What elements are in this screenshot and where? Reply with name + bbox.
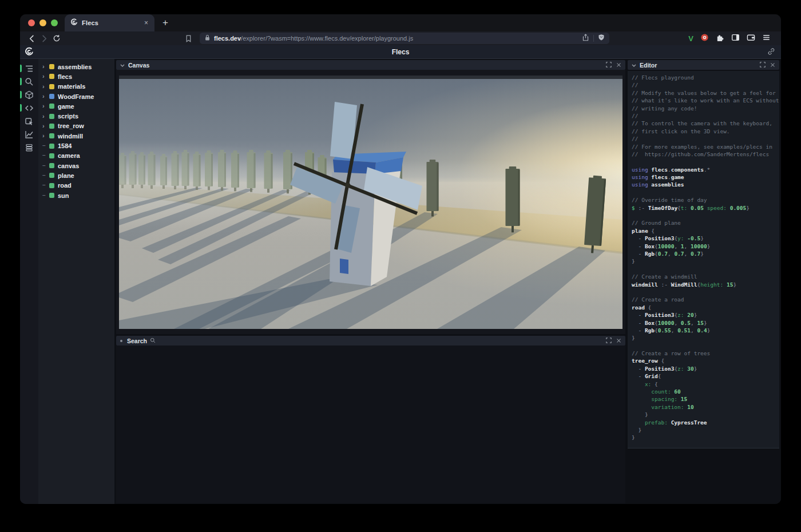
tree-item[interactable]: –sun — [38, 190, 114, 200]
address-bar[interactable]: flecs.dev/explorer/?wasm=https://www.fle… — [200, 33, 609, 44]
rail-item-cube-icon[interactable] — [20, 90, 38, 100]
rail-item-code-icon[interactable] — [20, 104, 38, 113]
tab-strip: Flecs × + — [20, 14, 781, 31]
editor-code[interactable]: // Flecs playground//// Modify the value… — [628, 71, 779, 448]
cypress-tree — [205, 150, 213, 190]
cypress-tree — [264, 150, 273, 193]
forward-button[interactable] — [38, 33, 50, 44]
fullscreen-icon[interactable] — [760, 62, 766, 69]
code-line — [632, 288, 778, 296]
entity-kind-icon — [49, 153, 54, 158]
browser-tab[interactable]: Flecs × — [65, 14, 154, 31]
rail-item-search-icon[interactable] — [20, 77, 38, 86]
tree-item[interactable]: ›assemblies — [38, 62, 114, 72]
expander-chevron-icon[interactable]: › — [42, 113, 49, 120]
close-icon[interactable] — [770, 62, 775, 69]
expander-chevron-icon[interactable]: › — [42, 63, 49, 70]
fullscreen-icon[interactable] — [606, 338, 612, 344]
tables-icon — [25, 143, 34, 152]
share-icon[interactable] — [582, 33, 589, 43]
search-icon — [25, 77, 34, 86]
tree-item[interactable]: –camera — [38, 151, 114, 161]
code-line: } — [632, 257, 778, 265]
expander-chevron-icon[interactable]: › — [42, 123, 49, 129]
cypress-tree — [283, 150, 292, 193]
cypress-tree — [193, 152, 201, 190]
expander-chevron-icon[interactable]: › — [42, 93, 49, 100]
cypress-tree — [231, 150, 239, 191]
tree-item[interactable]: ›tree_row — [38, 121, 114, 131]
minimize-window-button[interactable] — [39, 19, 46, 26]
fullscreen-icon[interactable] — [606, 62, 612, 69]
tree-item[interactable]: ›game — [38, 101, 114, 111]
3d-scene-canvas[interactable] — [119, 76, 622, 329]
cypress-tree — [129, 151, 137, 188]
entity-kind-icon — [49, 64, 54, 69]
search-icon — [150, 338, 156, 344]
rail-item-inspector-icon[interactable] — [20, 117, 38, 126]
leaf-dash-icon: – — [42, 153, 49, 158]
code-line: plane { — [632, 227, 778, 235]
code-line: // For more examples, see examples/plecs… — [632, 143, 778, 150]
tree-item[interactable]: ›windmill — [38, 131, 114, 141]
entity-kind-icon — [49, 114, 54, 119]
expander-chevron-icon[interactable]: › — [42, 133, 49, 139]
editor-panel-title: Editor — [640, 62, 657, 69]
close-icon[interactable] — [616, 338, 621, 344]
expander-chevron-icon[interactable]: › — [42, 84, 49, 90]
cypress-tree — [218, 150, 226, 190]
brave-shield-icon[interactable] — [598, 33, 605, 43]
canvas-panel-header: Canvas — [116, 60, 625, 70]
tree-item[interactable]: –canvas — [38, 161, 114, 170]
tree-item[interactable]: –plane — [38, 170, 114, 180]
tree-item[interactable]: ›flecs — [38, 72, 114, 81]
chevron-down-icon[interactable] — [120, 62, 125, 69]
expander-chevron-icon[interactable]: › — [42, 73, 49, 80]
extensions-puzzle-icon[interactable] — [716, 33, 724, 44]
rail-item-stats-chart-icon[interactable] — [20, 130, 38, 139]
tree-item[interactable]: –road — [38, 181, 114, 190]
code-line: // — [632, 81, 778, 89]
tab-close-button[interactable]: × — [142, 19, 150, 27]
bookmark-icon[interactable] — [183, 33, 194, 44]
code-line: // Modify the values below to get a feel… — [632, 89, 778, 97]
collapsed-dot-icon[interactable] — [120, 340, 122, 342]
refresh-button[interactable] — [51, 33, 62, 44]
close-window-button[interactable] — [28, 19, 35, 26]
tree-item[interactable]: ›WoodFrame — [38, 92, 114, 101]
tree-item[interactable]: ›materials — [38, 82, 114, 92]
code-line: - Position3{y: -0.5} — [632, 235, 778, 242]
menu-icon[interactable] — [762, 33, 771, 44]
chevron-down-icon[interactable] — [632, 62, 636, 69]
zoom-window-button[interactable] — [51, 19, 58, 26]
code-line: // To control the camera with the keyboa… — [632, 120, 778, 127]
link-icon[interactable] — [767, 47, 775, 58]
code-line: // what it's like to work with an ECS wi… — [632, 97, 778, 104]
canvas-top-edge — [119, 76, 622, 79]
expander-chevron-icon[interactable]: › — [42, 103, 49, 109]
tree-item-label: plane — [58, 172, 74, 179]
cypress-tree — [148, 152, 156, 189]
entity-kind-icon — [49, 84, 54, 89]
vimium-extension-icon[interactable]: V — [688, 34, 693, 43]
search-panel-title: Search — [127, 338, 147, 344]
entity-kind-icon — [49, 173, 54, 178]
traffic-lights — [28, 19, 58, 26]
tree-item[interactable]: ›scripts — [38, 111, 114, 121]
sidebar-toggle-icon[interactable] — [731, 33, 740, 44]
wallet-icon[interactable] — [747, 33, 755, 44]
entity-kind-icon — [49, 133, 54, 138]
tree-item-label: scripts — [58, 113, 78, 120]
entity-tree: ›assemblies›flecs›materials›WoodFrame›ga… — [38, 59, 114, 504]
back-button[interactable] — [26, 33, 37, 44]
tree-item[interactable]: –1584 — [38, 141, 114, 150]
red-extension-icon[interactable] — [700, 33, 709, 44]
leaf-dash-icon: – — [42, 193, 49, 198]
rail-item-tables-icon[interactable] — [20, 143, 38, 152]
code-line: // Create a row of trees — [632, 350, 778, 357]
entity-kind-icon — [49, 144, 54, 149]
close-icon[interactable] — [616, 62, 621, 69]
new-tab-button[interactable]: + — [162, 18, 168, 27]
tree-item-label: 1584 — [58, 142, 72, 149]
rail-item-hierarchy-icon[interactable] — [20, 64, 38, 73]
